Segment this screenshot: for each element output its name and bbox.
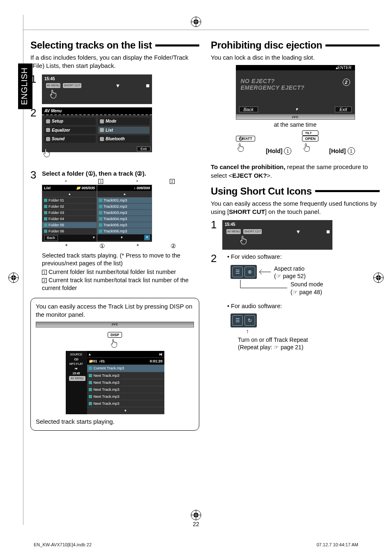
language-tab: ENGLISH bbox=[18, 63, 32, 109]
footer-filename: EN_KW-AVX710[E]4.indb 22 bbox=[34, 542, 92, 547]
page-frame bbox=[23, 15, 369, 525]
reg-mark-right bbox=[373, 272, 384, 285]
footer-timestamp: 07.12.7 10:44:17 AM bbox=[316, 542, 358, 547]
page-number: 22 bbox=[193, 521, 199, 527]
footer: EN_KW-AVX710[E]4.indb 22 07.12.7 10:44:1… bbox=[34, 542, 358, 547]
reg-mark-left bbox=[8, 272, 19, 285]
